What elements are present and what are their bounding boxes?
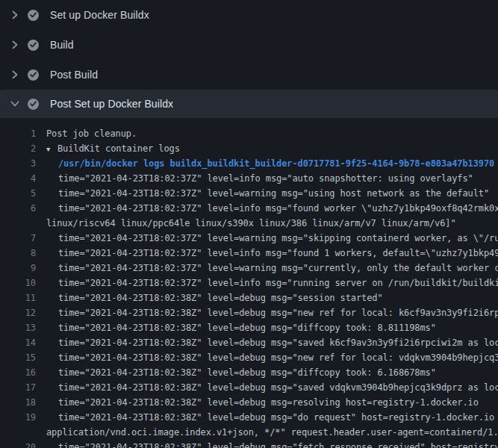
line-number[interactable]: 4	[0, 171, 36, 186]
log-line: 12time="2021-04-23T18:02:38Z" level=debu…	[0, 305, 498, 320]
log-text: time="2021-04-23T18:02:38Z" level=debug …	[58, 380, 498, 395]
line-number[interactable]: 11	[0, 290, 36, 305]
line-number[interactable]: 1	[0, 126, 36, 141]
log-line: 4time="2021-04-23T18:02:37Z" level=info …	[0, 171, 498, 186]
log-text: application/vnd.oci.image.index.v1+json,…	[46, 425, 498, 440]
command-text: /usr/bin/docker logs buildx_buildkit_bui…	[58, 156, 494, 171]
steps-list: Set up Docker BuildxBuildPost BuildPost …	[0, 0, 498, 118]
log-line: 15time="2021-04-23T18:02:38Z" level=debu…	[0, 350, 498, 365]
check-circle-icon	[28, 10, 39, 21]
line-number[interactable]: 5	[0, 186, 36, 201]
line-number	[0, 216, 36, 231]
log-text: Post job cleanup.	[46, 126, 137, 141]
log-text: ▼BuildKit container logs	[46, 141, 180, 156]
log-area: 1Post job cleanup.2▼BuildKit container l…	[0, 118, 498, 448]
log-text: linux/riscv64 linux/ppc64le linux/s390x …	[46, 216, 456, 231]
line-number[interactable]: 19	[0, 410, 36, 425]
line-number[interactable]: 3	[0, 156, 36, 171]
log-line: 8time="2021-04-23T18:02:37Z" level=info …	[0, 246, 498, 261]
step-label: Post Build	[50, 69, 98, 81]
log-line: 20time="2021-04-23T18:02:38Z" level=debu…	[0, 440, 498, 448]
step-row-post-build[interactable]: Post Build	[0, 60, 498, 90]
chevron-right-icon[interactable]	[9, 39, 21, 51]
line-number[interactable]: 13	[0, 320, 36, 335]
log-text: time="2021-04-23T18:02:37Z" level=warnin…	[58, 231, 498, 246]
log-line-continuation: application/vnd.oci.image.index.v1+json,…	[0, 425, 498, 440]
log-text: time="2021-04-23T18:02:38Z" level=debug …	[58, 290, 383, 305]
log-text: time="2021-04-23T18:02:38Z" level=debug …	[58, 440, 498, 448]
chevron-down-icon[interactable]	[9, 98, 21, 110]
line-number[interactable]: 18	[0, 395, 36, 410]
group-toggle-icon[interactable]: ▼	[46, 142, 57, 157]
log-line: 5time="2021-04-23T18:02:37Z" level=warni…	[0, 186, 498, 201]
log-text: time="2021-04-23T18:02:38Z" level=debug …	[58, 365, 436, 380]
line-number[interactable]: 2	[0, 141, 36, 156]
log-line: 17time="2021-04-23T18:02:38Z" level=debu…	[0, 380, 498, 395]
line-number[interactable]: 8	[0, 246, 36, 261]
log-text: time="2021-04-23T18:02:38Z" level=debug …	[58, 395, 479, 410]
line-number[interactable]: 7	[0, 231, 36, 246]
line-number[interactable]: 14	[0, 335, 36, 350]
line-number	[0, 425, 36, 440]
log-line: 3/usr/bin/docker logs buildx_buildkit_bu…	[0, 156, 498, 171]
log-line: 11time="2021-04-23T18:02:38Z" level=debu…	[0, 290, 498, 305]
log-line: 6time="2021-04-23T18:02:37Z" level=info …	[0, 201, 498, 216]
log-line: 13time="2021-04-23T18:02:38Z" level=debu…	[0, 320, 498, 335]
line-number[interactable]: 16	[0, 365, 36, 380]
line-number[interactable]: 15	[0, 350, 36, 365]
log-text: time="2021-04-23T18:02:38Z" level=debug …	[58, 410, 498, 425]
log-text: time="2021-04-23T18:02:37Z" level=info m…	[58, 171, 473, 186]
log-text: time="2021-04-23T18:02:38Z" level=debug …	[58, 350, 498, 365]
log-line: 9time="2021-04-23T18:02:37Z" level=warni…	[0, 261, 498, 276]
log-text: time="2021-04-23T18:02:37Z" level=info m…	[58, 201, 498, 216]
log-line: 2▼BuildKit container logs	[0, 141, 498, 156]
log-line: 10time="2021-04-23T18:02:37Z" level=info…	[0, 276, 498, 290]
log-line: 1Post job cleanup.	[0, 126, 498, 141]
log-text: time="2021-04-23T18:02:37Z" level=info m…	[58, 246, 498, 261]
log-text: time="2021-04-23T18:02:37Z" level=info m…	[58, 276, 498, 290]
log-line: 16time="2021-04-23T18:02:38Z" level=debu…	[0, 365, 498, 380]
step-row-build[interactable]: Build	[0, 30, 498, 60]
log-text: time="2021-04-23T18:02:38Z" level=debug …	[58, 305, 498, 320]
check-circle-icon	[28, 99, 39, 110]
actions-log-viewer: Set up Docker BuildxBuildPost BuildPost …	[0, 0, 498, 448]
step-row-post-set-up-docker-buildx[interactable]: Post Set up Docker Buildx	[0, 90, 498, 118]
log-line: 7time="2021-04-23T18:02:37Z" level=warni…	[0, 231, 498, 246]
log-text: time="2021-04-23T18:02:37Z" level=warnin…	[58, 261, 498, 276]
check-circle-icon	[28, 69, 39, 81]
log-line: 14time="2021-04-23T18:02:38Z" level=debu…	[0, 335, 498, 350]
line-number[interactable]: 6	[0, 201, 36, 216]
log-line: 19time="2021-04-23T18:02:38Z" level=debu…	[0, 410, 498, 425]
line-number[interactable]: 17	[0, 380, 36, 395]
log-text: time="2021-04-23T18:02:38Z" level=debug …	[58, 335, 498, 350]
line-number[interactable]: 10	[0, 276, 36, 290]
log-text: time="2021-04-23T18:02:38Z" level=debug …	[58, 320, 436, 335]
check-circle-icon	[28, 40, 39, 51]
step-label: Set up Docker Buildx	[50, 9, 149, 21]
line-number[interactable]: 9	[0, 261, 36, 276]
log-line: 18time="2021-04-23T18:02:38Z" level=debu…	[0, 395, 498, 410]
chevron-right-icon[interactable]	[9, 9, 21, 21]
log-text: time="2021-04-23T18:02:37Z" level=warnin…	[58, 186, 489, 201]
log-line-continuation: linux/riscv64 linux/ppc64le linux/s390x …	[0, 216, 498, 231]
line-number[interactable]: 12	[0, 305, 36, 320]
step-label: Build	[50, 39, 74, 51]
group-label[interactable]: BuildKit container logs	[57, 143, 180, 154]
step-row-set-up-docker-buildx[interactable]: Set up Docker Buildx	[0, 0, 498, 30]
chevron-right-icon[interactable]	[9, 69, 21, 81]
step-label: Post Set up Docker Buildx	[50, 98, 173, 110]
line-number[interactable]: 20	[0, 440, 36, 448]
